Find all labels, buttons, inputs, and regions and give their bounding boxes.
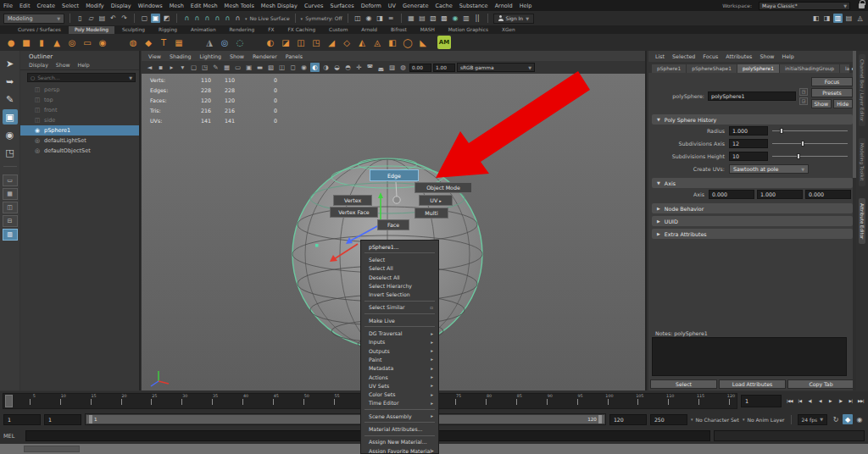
shelf-icon[interactable]: ◮: [203, 36, 215, 48]
viewport-toolbar-icon[interactable]: ▾: [178, 63, 187, 72]
viewport-toolbar-icon[interactable]: ▪: [156, 63, 165, 72]
viewport-toolbar-icon[interactable]: ◓: [343, 63, 353, 72]
shelf-tab[interactable]: XGen: [496, 26, 521, 34]
shelf-icon[interactable]: ▲: [51, 36, 63, 48]
animation-start-field[interactable]: 1: [3, 414, 41, 425]
snap-icon[interactable]: ∩: [213, 14, 222, 23]
viewport-toolbar-icon[interactable]: ◒: [332, 63, 342, 72]
node-name-field[interactable]: polySphere1: [708, 91, 796, 101]
shelf-icon[interactable]: ◆: [142, 36, 154, 48]
context-menu-item[interactable]: Select Hierarchy: [361, 281, 438, 290]
sidebar-toggle-icon[interactable]: ◬: [855, 14, 865, 23]
viewport-menu-item[interactable]: Show: [230, 53, 244, 59]
outliner-item[interactable]: ◫ top: [20, 95, 139, 105]
radius-field[interactable]: 1.000: [729, 126, 768, 136]
context-menu-item[interactable]: UV Sets ▸: [361, 381, 438, 390]
anim-option-icon[interactable]: ◉: [854, 414, 865, 424]
viewport-menu-item[interactable]: Lighting: [200, 53, 221, 59]
playback-button[interactable]: |▶: [836, 395, 845, 407]
context-menu-item[interactable]: Assign New Material...: [361, 438, 438, 446]
show-button[interactable]: Show: [811, 99, 832, 108]
snap-icon[interactable]: ∩: [182, 14, 192, 23]
sign-in-button[interactable]: Sign In ▼: [493, 14, 534, 24]
selection-mask-icon[interactable]: ▢: [140, 14, 149, 23]
viewport-toolbar-icon[interactable]: ◛: [376, 63, 386, 72]
viewport-toolbar-icon[interactable]: ◉: [299, 63, 309, 72]
symmetry-dropdown[interactable]: Symmetry: Off: [305, 15, 342, 21]
section-axis[interactable]: ▼ Axis: [652, 178, 853, 188]
marking-menu-vertex-face[interactable]: Vertex Face: [330, 207, 378, 218]
menu-item[interactable]: Edit Mesh: [191, 3, 218, 9]
slider-handle[interactable]: [780, 128, 783, 134]
anim-option-icon[interactable]: ↻: [831, 414, 841, 424]
shelf-icon[interactable]: ◫: [295, 36, 307, 48]
shelf-tab[interactable]: Motion Graphics: [442, 26, 494, 34]
shelf-icon[interactable]: ▭: [81, 36, 93, 48]
select-button[interactable]: Select: [650, 379, 717, 389]
shelf-tab[interactable]: Rendering: [224, 26, 261, 34]
snap-icon[interactable]: ∩: [192, 14, 202, 23]
playback-button[interactable]: ◀: [815, 395, 825, 407]
context-menu-item[interactable]: Material Attributes...: [361, 424, 438, 433]
notes-field[interactable]: [652, 337, 847, 376]
file-icon[interactable]: ↶: [108, 14, 118, 23]
shelf-icon[interactable]: ◳: [310, 36, 322, 48]
menu-item[interactable]: Create: [36, 3, 55, 9]
viewport-toolbar-icon[interactable]: ▣: [244, 63, 253, 72]
outliner-search[interactable]: ○ ▼: [27, 73, 136, 82]
menu-item[interactable]: Edit: [19, 3, 31, 9]
chevron-down-icon[interactable]: ▾: [301, 16, 303, 21]
attribute-editor-menu-item[interactable]: Attributes: [726, 53, 752, 59]
outliner-item[interactable]: ◫ front: [20, 105, 139, 115]
shelf-icon[interactable]: ◣: [417, 36, 429, 48]
tool-icon[interactable]: ◳: [3, 145, 18, 160]
subdivisions-axis-field[interactable]: 12: [729, 139, 768, 148]
sidebar-toggle-icon[interactable]: ▥: [833, 14, 843, 23]
context-menu-item[interactable]: [364, 326, 435, 327]
render-icon[interactable]: ◫: [353, 14, 363, 23]
layout-button[interactable]: ▦: [3, 188, 18, 200]
shelf-icon[interactable]: ◯: [402, 36, 414, 48]
shelf-tab[interactable]: Sculpting: [116, 26, 151, 34]
section-extra-attributes[interactable]: ▶ Extra Attributes: [652, 229, 853, 239]
node-tab[interactable]: pSphereShape1: [687, 64, 737, 73]
context-menu-item[interactable]: Make Live: [361, 316, 438, 324]
viewport-toolbar-icon[interactable]: ◳: [200, 63, 209, 72]
layout-button[interactable]: ⊟: [3, 215, 18, 227]
shelf-icon[interactable]: ◎: [66, 36, 78, 48]
shelf-icon[interactable]: [249, 36, 261, 48]
exposure-field[interactable]: 0.00: [409, 64, 431, 72]
shelf-tab[interactable]: Rigging: [153, 26, 183, 34]
viewport-toolbar-icon[interactable]: ▬: [255, 63, 264, 72]
playback-button[interactable]: ▶|: [846, 395, 855, 407]
marking-menu-vertex[interactable]: Vertex: [333, 195, 372, 206]
shelf-icon[interactable]: [188, 36, 200, 48]
tool-icon[interactable]: ➥: [3, 74, 18, 89]
attribute-editor-menu-item[interactable]: Focus: [703, 53, 718, 59]
shelf-tab[interactable]: MASH: [415, 26, 441, 34]
tool-icon[interactable]: ✎: [3, 91, 18, 107]
shelf-icon[interactable]: ◐: [264, 36, 276, 48]
shelf-tab[interactable]: Bifrost: [385, 26, 413, 34]
menu-set-dropdown[interactable]: Modeling ▼: [3, 14, 64, 24]
node-tab[interactable]: la: [840, 64, 849, 73]
viewport-menu-item[interactable]: Panels: [286, 53, 303, 59]
viewport-toolbar-icon[interactable]: ◚: [365, 63, 375, 72]
outliner-item[interactable]: ◎ defaultLightSet: [20, 136, 139, 146]
context-menu-item[interactable]: Time Editor ▸: [361, 399, 438, 407]
view-transform-dropdown[interactable]: sRGB gamma ▼: [457, 63, 535, 72]
editor-icon[interactable]: ▧: [429, 14, 438, 23]
viewport-toolbar-icon[interactable]: ▦: [222, 63, 231, 72]
shelf-tab[interactable]: Animation: [185, 26, 222, 34]
shelf-icon[interactable]: ◬: [371, 36, 383, 48]
shelf-icon[interactable]: ◉: [97, 36, 108, 48]
chevron-down-icon[interactable]: ▼: [129, 75, 132, 80]
context-menu-item[interactable]: Outputs ▸: [361, 346, 438, 355]
node-tab[interactable]: initialShadingGroup: [780, 64, 839, 73]
axis-y-field[interactable]: 1.000: [757, 190, 803, 199]
section-node-behavior[interactable]: ▶ Node Behavior: [652, 203, 853, 213]
node-tab[interactable]: polySphere1: [737, 64, 779, 73]
viewport-toolbar-icon[interactable]: ◑: [321, 63, 331, 72]
sidebar-vertical-tab[interactable]: Attribute Editor: [859, 198, 865, 244]
context-menu-item[interactable]: Color Sets ▸: [361, 390, 438, 398]
